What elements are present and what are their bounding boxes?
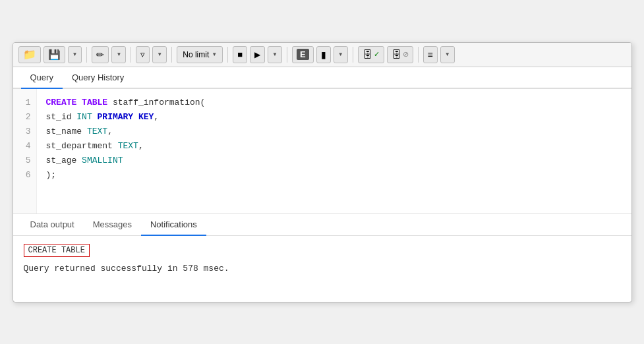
filter-icon: ▿ bbox=[140, 49, 145, 59]
db2-icon: 🗄 bbox=[392, 49, 401, 60]
e-icon: E bbox=[297, 49, 309, 60]
chart-dropdown-button[interactable]: ▼ bbox=[334, 46, 348, 63]
list-icon: ≡ bbox=[428, 49, 433, 60]
tab-query[interactable]: Query bbox=[21, 67, 63, 89]
tab-notifications[interactable]: Notifications bbox=[141, 214, 206, 236]
chevron-down-icon-7: ▼ bbox=[445, 51, 450, 57]
chevron-down-icon-4: ▼ bbox=[212, 51, 217, 57]
save-icon: 💾 bbox=[48, 49, 61, 61]
code-lines[interactable]: CREATE TABLE staff_information( st_id IN… bbox=[37, 89, 631, 214]
tab-notifications-label: Notifications bbox=[150, 219, 197, 229]
code-line-5: st_age SMALLINT bbox=[46, 154, 622, 168]
stop-button[interactable]: ■ bbox=[233, 46, 247, 63]
bottom-tabs: Data output Messages Notifications bbox=[13, 214, 631, 236]
tab-data-output-label: Data output bbox=[30, 219, 74, 229]
chevron-down-icon-3: ▼ bbox=[157, 51, 162, 57]
stop-icon: ■ bbox=[237, 49, 243, 59]
filter-dropdown-button[interactable]: ▼ bbox=[152, 46, 167, 63]
limit-dropdown[interactable]: No limit ▼ bbox=[177, 46, 223, 63]
toolbar: 📁 💾 ▼ ✏ ▼ ▿ ▼ No limit ▼ ■ bbox=[13, 43, 631, 67]
output-command: CREATE TABLE bbox=[24, 244, 90, 257]
tab-query-label: Query bbox=[30, 72, 53, 82]
list-button[interactable]: ≡ bbox=[423, 46, 438, 63]
play-icon: ▶ bbox=[254, 50, 260, 59]
separator-6 bbox=[353, 47, 353, 63]
pencil-icon: ✏ bbox=[96, 49, 104, 60]
chevron-down-icon-2: ▼ bbox=[116, 51, 121, 57]
tab-query-history-label: Query History bbox=[72, 72, 124, 82]
chevron-down-icon-5: ▼ bbox=[272, 51, 278, 57]
tab-query-history[interactable]: Query History bbox=[63, 67, 133, 89]
pencil-dropdown-button[interactable]: ▼ bbox=[111, 46, 126, 63]
chart-button[interactable]: ▮ bbox=[316, 46, 331, 63]
separator-1 bbox=[86, 47, 87, 63]
separator-2 bbox=[131, 47, 131, 63]
separator-3 bbox=[171, 47, 172, 63]
tab-messages-label: Messages bbox=[93, 219, 132, 229]
separator-5 bbox=[287, 47, 287, 63]
filter-button[interactable]: ▿ bbox=[136, 46, 150, 63]
folder-icon: 📁 bbox=[23, 48, 36, 61]
line-numbers: 1 2 3 4 5 6 bbox=[13, 89, 37, 214]
checkmark-icon: ✓ bbox=[374, 50, 380, 59]
code-line-3: st_name TEXT, bbox=[46, 125, 622, 139]
save-dropdown-button[interactable]: ▼ bbox=[68, 46, 82, 63]
play-button[interactable]: ▶ bbox=[250, 46, 265, 63]
chevron-down-icon: ▼ bbox=[73, 51, 78, 57]
output-message: Query returned successfully in 578 msec. bbox=[24, 264, 621, 273]
db2-button[interactable]: 🗄 ⊘ bbox=[387, 46, 413, 63]
db1-icon: 🗄 bbox=[363, 49, 372, 60]
folder-button[interactable]: 📁 bbox=[18, 46, 41, 63]
code-line-4: st_department TEXT, bbox=[46, 139, 622, 154]
explain-button[interactable]: E bbox=[292, 46, 314, 63]
pencil-button[interactable]: ✏ bbox=[92, 46, 109, 63]
separator-7 bbox=[418, 47, 419, 63]
save-button[interactable]: 💾 bbox=[44, 46, 65, 63]
list-dropdown-button[interactable]: ▼ bbox=[440, 46, 455, 63]
limit-label: No limit bbox=[183, 50, 209, 59]
output-area: CREATE TABLE Query returned successfully… bbox=[13, 236, 631, 302]
chart-icon: ▮ bbox=[321, 49, 326, 60]
code-editor[interactable]: 1 2 3 4 5 6 CREATE TABLE staff_informati… bbox=[13, 89, 631, 214]
main-window: 📁 💾 ▼ ✏ ▼ ▿ ▼ No limit ▼ ■ bbox=[13, 42, 632, 302]
code-line-6: ); bbox=[46, 168, 622, 183]
code-line-2: st_id INT PRIMARY KEY, bbox=[46, 110, 622, 125]
code-line-1: CREATE TABLE staff_information( bbox=[46, 96, 622, 110]
chevron-down-icon-6: ▼ bbox=[338, 51, 343, 57]
x-icon: ⊘ bbox=[403, 50, 409, 59]
separator-4 bbox=[227, 47, 228, 63]
top-tabs: Query Query History bbox=[13, 67, 631, 89]
play-dropdown-button[interactable]: ▼ bbox=[268, 46, 282, 63]
tab-messages[interactable]: Messages bbox=[84, 214, 141, 236]
tab-data-output[interactable]: Data output bbox=[21, 214, 84, 236]
db1-button[interactable]: 🗄 ✓ bbox=[358, 46, 384, 63]
